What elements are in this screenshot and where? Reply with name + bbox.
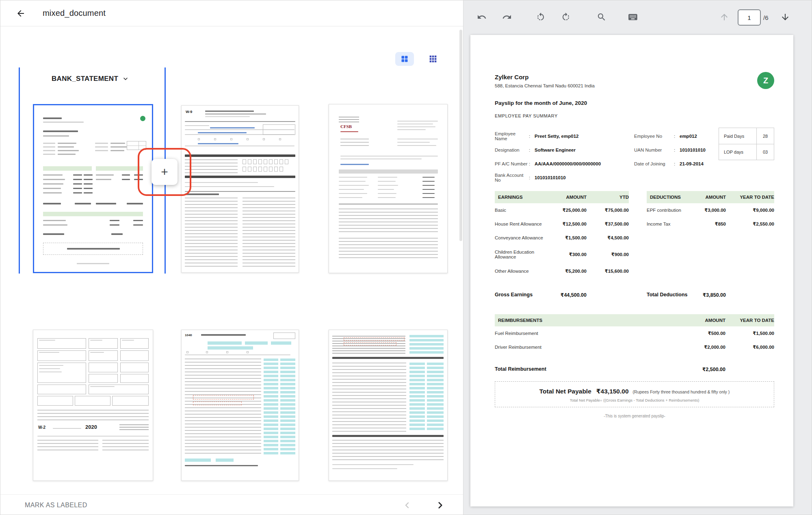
deductions-header-row: DEDUCTIONSAMOUNTYEAR TO DATE bbox=[647, 191, 774, 203]
chevron-down-icon bbox=[122, 76, 129, 82]
grid-view-small-button[interactable] bbox=[424, 52, 442, 66]
pay-summary-heading: EMPLOYEE PAY SUMMARY bbox=[495, 113, 774, 118]
earnings-deductions-section: EARNINGSAMOUNTYTD Basic₹25,000.00₹75,000… bbox=[495, 191, 774, 278]
keyboard-shortcuts-button[interactable] bbox=[625, 9, 641, 25]
field-value: 101010101010 bbox=[535, 175, 566, 180]
company-logo: Z bbox=[757, 72, 774, 89]
net-payable-amount: ₹43,150.00 bbox=[596, 388, 629, 395]
previous-document-page-button[interactable] bbox=[716, 9, 732, 25]
rotate-ccw-button[interactable] bbox=[533, 9, 549, 25]
mark-as-labeled-button[interactable]: MARK AS LABELED bbox=[25, 502, 87, 509]
net-payable-formula: Total Net Payable= ((Gross Earnings - To… bbox=[495, 398, 774, 402]
redo-button[interactable] bbox=[499, 9, 515, 25]
arrow-down-icon bbox=[780, 12, 790, 22]
undo-button[interactable] bbox=[474, 9, 490, 25]
colon: : bbox=[529, 134, 535, 139]
colon: : bbox=[529, 175, 535, 180]
thumbnail-page-1[interactable] bbox=[33, 104, 153, 273]
total-reimbursement-label: Total Reimbursement bbox=[495, 366, 546, 372]
next-document-page-button[interactable] bbox=[777, 9, 793, 25]
thumbnail-page-6[interactable] bbox=[329, 330, 448, 481]
payslip-title: Payslip for the month of June, 2020 bbox=[495, 100, 774, 106]
total-deductions-value: ₹3,850.00 bbox=[703, 292, 726, 298]
chevron-left-icon bbox=[402, 500, 412, 510]
deductions-table: DEDUCTIONSAMOUNTYEAR TO DATE EPF contrib… bbox=[647, 191, 774, 278]
payslip-document: Zylker Corp 588, Estancia Chennai Tamil … bbox=[495, 74, 774, 418]
gross-earnings-value: ₹44,500.00 bbox=[561, 292, 587, 298]
thumbnail-page-2[interactable]: W-9 bbox=[181, 105, 299, 273]
reimbursements-table: REIMBURSEMENTSAMOUNTYEAR TO DATE Fuel Re… bbox=[495, 314, 774, 354]
earnings-header-row: EARNINGSAMOUNTYTD bbox=[495, 191, 629, 203]
thumbnail-1-art bbox=[34, 105, 152, 272]
grid-view-large-button[interactable] bbox=[395, 52, 414, 66]
field-row: Bank Account No:101010101010 bbox=[495, 171, 601, 185]
days-label: Paid Days bbox=[719, 128, 757, 144]
add-page-button[interactable]: + bbox=[152, 159, 178, 185]
rotate-cw-button[interactable] bbox=[558, 9, 574, 25]
field-value: 1010101010 bbox=[680, 148, 706, 152]
page-group-label[interactable]: BANK_STATEMENT bbox=[49, 75, 131, 83]
field-value: emp012 bbox=[680, 134, 697, 139]
employee-fields: Employee Name:Preet Setty, emp012 Design… bbox=[495, 129, 774, 185]
back-button[interactable] bbox=[13, 5, 29, 22]
total-reimbursement-value: ₹2,500.00 bbox=[702, 366, 725, 372]
left-panel-scrollbar[interactable] bbox=[459, 30, 462, 241]
earnings-row: Conveyance Allowance₹1,500.00₹4,500.00 bbox=[495, 231, 629, 245]
field-label: Date of Joining bbox=[634, 161, 674, 166]
redo-icon bbox=[502, 12, 512, 22]
field-label: Employee Name bbox=[495, 131, 529, 141]
employee-fields-left: Employee Name:Preet Setty, emp012 Design… bbox=[495, 129, 601, 185]
earnings-row: Other Allowance₹5,200.00₹15,600.00 bbox=[495, 264, 629, 278]
grid-small-icon bbox=[429, 55, 437, 63]
field-row: Employee No:emp012 bbox=[634, 129, 706, 143]
days-row: Paid Days28 bbox=[719, 128, 774, 144]
search-icon bbox=[597, 12, 606, 22]
employee-fields-right: Employee No:emp012 UAN Number:1010101010… bbox=[634, 129, 706, 171]
document-pages-panel: mixed_document BANK_STATEMENT bbox=[0, 0, 463, 515]
total-deductions-label: Total Deductions bbox=[647, 292, 687, 298]
system-generated-note: -This is system generated payslip- bbox=[495, 414, 774, 418]
thumbnail-4-art: W-2 2020 bbox=[33, 330, 153, 480]
reimbursements-row: Driver Reimbursement₹2,000.00₹6,000.00 bbox=[495, 340, 774, 354]
page-number-input[interactable] bbox=[738, 9, 761, 26]
undo-icon bbox=[477, 12, 487, 22]
search-button[interactable] bbox=[593, 9, 610, 25]
field-label: UAN Number bbox=[634, 148, 674, 152]
w2-year-label: 2020 bbox=[85, 424, 97, 430]
group-label-text: BANK_STATEMENT bbox=[52, 75, 118, 83]
left-footer: MARK AS LABELED bbox=[0, 494, 463, 515]
deductions-row: EPF contribution₹3,000.00₹9,000.00 bbox=[647, 203, 774, 217]
field-row: Designation:Software Engineer bbox=[495, 143, 601, 157]
field-label: PF A/C Number bbox=[495, 161, 529, 166]
net-payable-words: (Rupees Forty three thousand hundred & f… bbox=[633, 389, 730, 394]
colon: : bbox=[529, 161, 535, 166]
field-row: Employee Name:Preet Setty, emp012 bbox=[495, 129, 601, 143]
thumbnail-2-art: W-9 bbox=[182, 106, 299, 272]
earnings-row: House Rent Allowance₹12,500.00₹37,500.00 bbox=[495, 217, 629, 231]
field-label: Bank Account No bbox=[495, 173, 529, 183]
payslip-company-header: Zylker Corp 588, Estancia Chennai Tamil … bbox=[495, 74, 774, 89]
earnings-table: EARNINGSAMOUNTYTD Basic₹25,000.00₹75,000… bbox=[495, 191, 629, 278]
back-arrow-icon bbox=[16, 9, 26, 18]
w2-form-label: W-2 bbox=[38, 425, 45, 430]
thumbnail-page-4[interactable]: W-2 2020 bbox=[33, 330, 153, 481]
w9-form-label: W-9 bbox=[186, 110, 192, 114]
thumbnail-page-5[interactable]: 1040 bbox=[181, 330, 299, 481]
net-payable-box: Total Net Payable₹43,150.00(Rupees Forty… bbox=[495, 381, 774, 407]
next-page-button[interactable] bbox=[433, 498, 448, 513]
days-row: LOP days03 bbox=[719, 144, 774, 160]
field-value: AA/AAA/0000000/000/0000000 bbox=[535, 161, 601, 166]
grid-large-icon bbox=[401, 55, 409, 63]
thumbnail-page-3[interactable]: CFSB bbox=[329, 104, 448, 273]
reimbursements-header-row: REIMBURSEMENTSAMOUNTYEAR TO DATE bbox=[495, 314, 774, 326]
rotate-cw-icon bbox=[561, 12, 571, 22]
prev-page-button[interactable] bbox=[400, 498, 414, 513]
thumbnail-pager bbox=[400, 498, 448, 513]
rotate-ccw-icon bbox=[536, 12, 546, 22]
plus-icon: + bbox=[161, 165, 168, 179]
document-viewer-panel: /6 Zylker Corp 588, Estancia Chennai Tam… bbox=[463, 0, 812, 515]
field-row: UAN Number:1010101010 bbox=[634, 143, 706, 157]
field-row: Date of Joining:21-09-2014 bbox=[634, 157, 706, 171]
colon: : bbox=[529, 148, 535, 152]
gross-earnings-label: Gross Earnings bbox=[495, 292, 533, 298]
